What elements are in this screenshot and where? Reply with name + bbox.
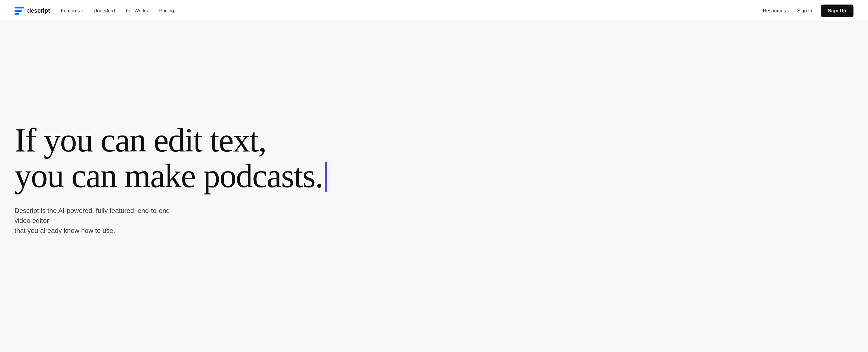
features-chevron: ▾ xyxy=(81,9,83,13)
headline-line-2: you can make podcasts. xyxy=(14,158,438,194)
navigation: descript Features ▾ Underlord For Work ▾… xyxy=(0,0,868,22)
resources-chevron: ▾ xyxy=(787,9,789,13)
main-content: If you can edit text, you can make podca… xyxy=(0,0,868,330)
nav-underlord[interactable]: Underlord xyxy=(94,8,115,13)
nav-resources[interactable]: Resources ▾ xyxy=(763,8,788,13)
features-label: Features xyxy=(61,8,80,13)
sign-in-button[interactable]: Sign In xyxy=(797,8,812,13)
cursor-blink xyxy=(325,162,327,192)
logo-icon xyxy=(14,7,24,15)
resources-label: Resources xyxy=(763,8,786,13)
subtext-line-1: Descript is the AI-powered, fully featur… xyxy=(14,207,170,224)
hero-section: If you can edit text, you can make podca… xyxy=(14,123,438,235)
nav-left: descript Features ▾ Underlord For Work ▾… xyxy=(14,7,763,15)
headline-line-1: If you can edit text, xyxy=(14,123,438,158)
sign-up-button[interactable]: Sign Up xyxy=(821,4,854,17)
nav-right: Resources ▾ Sign In Sign Up xyxy=(763,4,854,17)
svg-rect-0 xyxy=(14,7,24,8)
hero-subtext: Descript is the AI-powered, fully featur… xyxy=(14,205,184,235)
underlord-label: Underlord xyxy=(94,8,115,13)
svg-rect-1 xyxy=(14,10,22,12)
svg-rect-2 xyxy=(14,13,19,15)
hero-headline: If you can edit text, you can make podca… xyxy=(14,123,438,194)
nav-features[interactable]: Features ▾ xyxy=(61,8,83,13)
nav-for-work[interactable]: For Work ▾ xyxy=(126,8,148,13)
for-work-label: For Work xyxy=(126,8,146,13)
nav-pricing[interactable]: Pricing xyxy=(159,8,174,13)
pricing-label: Pricing xyxy=(159,8,174,13)
logo-text: descript xyxy=(27,7,50,14)
subtext-line-2: that you already know how to use. xyxy=(14,227,115,234)
headline-text-1: If you can edit text, xyxy=(14,123,266,158)
headline-text-2: you can make podcasts. xyxy=(14,158,323,194)
for-work-chevron: ▾ xyxy=(147,9,148,13)
logo[interactable]: descript xyxy=(14,7,50,15)
